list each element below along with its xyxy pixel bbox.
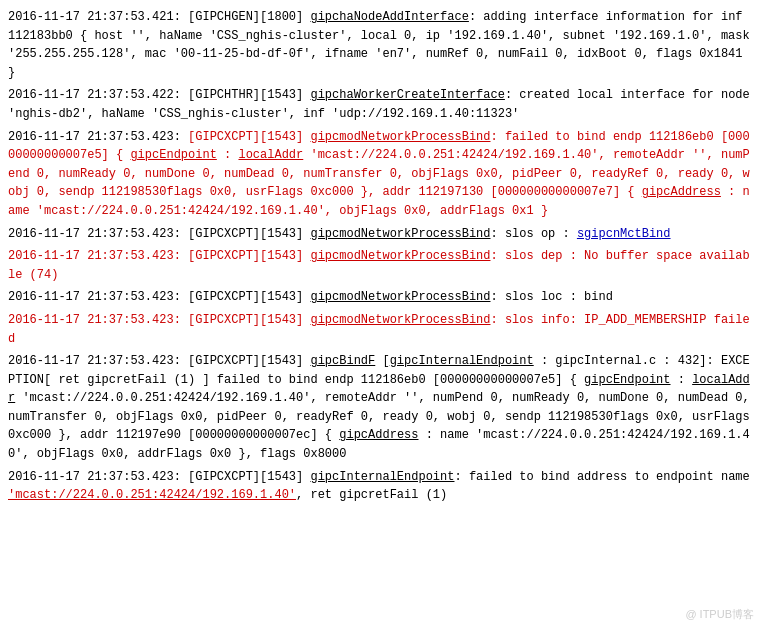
log-block-2: 2016-11-17 21:37:53.422: [GIPCHTHR][1543… (8, 86, 752, 123)
log-segment: 2016-11-17 21:37:53.423: [GIPCXCPT][1543… (8, 249, 310, 263)
log-segment: 2016-11-17 21:37:53.423: [GIPCXCPT][1543… (8, 290, 310, 304)
log-segment: gipcEndpoint (584, 373, 670, 387)
log-segment: gipcEndpoint (130, 148, 216, 162)
log-segment: 'mcast://224.0.0.251:42424/192.169.1.40' (8, 488, 296, 502)
log-block-8: 2016-11-17 21:37:53.423: [GIPCXCPT][1543… (8, 352, 752, 464)
log-segment: 2016-11-17 21:37:53.423: [GIPCXCPT][1543… (8, 354, 310, 368)
log-segment: gipchaWorkerCreateInterface (310, 88, 504, 102)
log-segment: : slos op : (490, 227, 576, 241)
log-segment: gipcAddress (339, 428, 418, 442)
log-segment: 2016-11-17 21:37:53.421: [GIPCHGEN][1800… (8, 10, 310, 24)
log-segment: 2016-11-17 21:37:53.423: [GIPCXCPT][1543… (8, 227, 310, 241)
log-segment: : failed to bind address to endpoint nam… (454, 470, 749, 484)
log-segment: 2016-11-17 21:37:53.422: [GIPCHTHR][1543… (8, 88, 310, 102)
log-container: 2016-11-17 21:37:53.421: [GIPCHGEN][1800… (0, 0, 762, 517)
log-segment: sgipcnMctBind (577, 227, 671, 241)
log-segment: : (505, 88, 519, 102)
log-segment: : (671, 373, 693, 387)
log-segment: : (217, 148, 239, 162)
log-segment: gipcInternalEndpoint (310, 470, 454, 484)
log-block-1: 2016-11-17 21:37:53.421: [GIPCHGEN][1800… (8, 8, 752, 82)
log-block-4: 2016-11-17 21:37:53.423: [GIPCXCPT][1543… (8, 225, 752, 244)
log-segment: gipchaNodeAddInterface (310, 10, 468, 24)
log-segment: gipcmodNetworkProcessBind (310, 313, 490, 327)
log-block-3: 2016-11-17 21:37:53.423: [GIPCXCPT][1543… (8, 128, 752, 221)
watermark-label: @ ITPUB博客 (685, 607, 754, 622)
log-segment: gipcInternalEndpoint (390, 354, 534, 368)
log-segment: gipcBindF (310, 354, 375, 368)
log-segment: localAddr (238, 148, 303, 162)
log-block-6: 2016-11-17 21:37:53.423: [GIPCXCPT][1543… (8, 288, 752, 307)
log-segment: : slos loc : bind (490, 290, 612, 304)
log-segment: , ret gipcretFail (1) (296, 488, 447, 502)
log-segment: 2016-11-17 21:37:53.423: [GIPCXCPT][1543… (8, 470, 310, 484)
log-segment: [GIPCXCPT][1543] (188, 130, 310, 144)
log-segment: gipcmodNetworkProcessBind (310, 290, 490, 304)
log-block-7: 2016-11-17 21:37:53.423: [GIPCXCPT][1543… (8, 311, 752, 348)
log-block-5: 2016-11-17 21:37:53.423: [GIPCXCPT][1543… (8, 247, 752, 284)
log-segment: gipcAddress (642, 185, 721, 199)
log-segment: [ (375, 354, 389, 368)
log-block-9: 2016-11-17 21:37:53.423: [GIPCXCPT][1543… (8, 468, 752, 505)
log-segment: 2016-11-17 21:37:53.423: [GIPCXCPT][1543… (8, 313, 310, 327)
log-segment: gipcmodNetworkProcessBind (310, 130, 490, 144)
log-segment: gipcmodNetworkProcessBind (310, 249, 490, 263)
log-segment: 2016-11-17 21:37:53.423: (8, 130, 188, 144)
log-segment: gipcmodNetworkProcessBind (310, 227, 490, 241)
log-segment: created (519, 88, 569, 102)
